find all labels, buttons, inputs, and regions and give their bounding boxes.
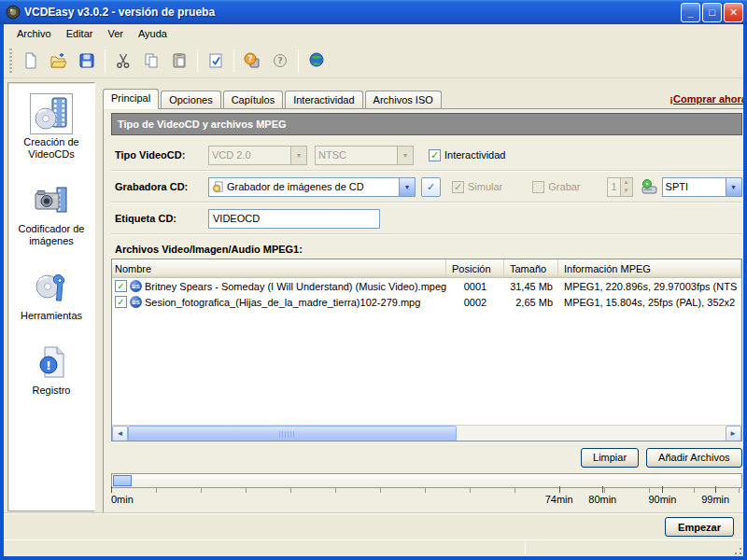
tab-principal[interactable]: Principal <box>103 89 159 109</box>
resize-grip-icon[interactable] <box>731 544 742 555</box>
table-row[interactable]: ✓ BS Britney Spears - Someday (I Will Un… <box>112 278 741 294</box>
toolbar-separator <box>298 49 299 72</box>
tab-capitulos[interactable]: Capítulos <box>223 91 283 108</box>
sidebar-item-herramientas[interactable]: Herramientas <box>8 268 94 322</box>
etiqueta-row: Etiqueta CD: <box>111 206 742 231</box>
new-button[interactable] <box>17 47 45 75</box>
minimize-button[interactable]: _ <box>681 3 700 22</box>
image-encoder-icon <box>33 182 70 219</box>
bsplayer-file-icon: BS <box>130 296 142 308</box>
scrollbar-track[interactable] <box>128 426 726 441</box>
spin-down-icon: ▼ <box>621 187 632 196</box>
tab-opciones[interactable]: Opciones <box>161 91 220 108</box>
close-button[interactable]: ✕ <box>724 3 743 22</box>
interactividad-checkbox[interactable]: ✓ <box>429 149 441 161</box>
copies-value: 1 <box>608 178 620 196</box>
paste-icon <box>170 51 189 70</box>
save-icon <box>78 51 96 70</box>
cd-label-input[interactable] <box>208 209 380 229</box>
file-checkbox[interactable]: ✓ <box>115 296 127 308</box>
chevron-down-icon: ▼ <box>290 147 306 164</box>
video-format-select: NTSC ▼ <box>315 146 414 165</box>
table-row[interactable]: ✓ BS Sesion_fotografica_(Hijas_de_la_mad… <box>112 294 741 310</box>
interface-select[interactable]: SPTI ▼ <box>662 177 742 197</box>
menu-ver[interactable]: Ver <box>100 26 131 41</box>
scrollbar-thumb[interactable] <box>128 426 457 441</box>
copy-button[interactable] <box>137 47 165 75</box>
file-position: 0001 <box>446 281 504 292</box>
sidebar-item-label: Codificador de imágenes <box>8 223 94 247</box>
tick-90min <box>662 486 663 493</box>
maximize-button[interactable]: □ <box>702 3 722 22</box>
chevron-down-icon: ▼ <box>726 178 741 196</box>
grabadora-label: Grabadora CD: <box>115 181 208 192</box>
horizontal-scrollbar[interactable]: ◄ ► <box>112 425 741 441</box>
divider <box>111 170 742 172</box>
anadir-archivos-button[interactable]: Añadir Archivos <box>646 448 741 468</box>
app-window: VCDEasy v3.0.2 - versión de prueba _ □ ✕… <box>0 0 747 560</box>
buy-now-link[interactable]: ¡Comprar ahora! <box>669 93 743 108</box>
tick-99min <box>715 486 716 493</box>
file-checkbox[interactable]: ✓ <box>115 280 127 292</box>
log-icon: ! <box>33 343 70 381</box>
label-90min: 90min <box>648 494 676 505</box>
column-tamano[interactable]: Tamaño <box>504 259 558 277</box>
save-button[interactable] <box>73 47 101 75</box>
sidebar-item-codificador-imagenes[interactable]: Codificador de imágenes <box>8 181 94 247</box>
limpiar-button[interactable]: Limpiar <box>581 448 639 468</box>
menu-archivo[interactable]: Archivo <box>9 26 59 41</box>
content-area: Principal Opciones Capítulos Interactivi… <box>95 78 743 513</box>
column-posicion[interactable]: Posición <box>446 259 504 277</box>
help-about-button[interactable]: ? <box>266 47 294 75</box>
cut-button[interactable] <box>109 47 137 75</box>
check-settings-button[interactable] <box>202 47 230 75</box>
file-position: 0002 <box>446 297 504 308</box>
list-empty-area <box>112 310 741 425</box>
principal-tab-panel: Tipo de VideoCD y archivos MPEG Tipo Vid… <box>103 108 743 513</box>
sidebar: Creación de VideoCDs <box>7 82 95 511</box>
tools-icon <box>33 269 70 306</box>
copies-stepper: 1 ▲▼ <box>607 177 633 197</box>
bsplayer-file-icon: BS <box>130 280 142 292</box>
grabar-label: Grabar <box>548 181 580 192</box>
menu-ayuda[interactable]: Ayuda <box>131 26 175 41</box>
file-size: 31,45 Mb <box>504 281 558 292</box>
section-header: Tipo de VideoCD y archivos MPEG <box>111 113 742 135</box>
tab-interactividad[interactable]: Interactividad <box>285 91 362 108</box>
scroll-right-icon[interactable]: ► <box>726 426 741 441</box>
sidebar-item-registro[interactable]: ! Registro <box>8 343 94 397</box>
help-contents-button[interactable]: ? <box>238 47 266 75</box>
grabadora-row: Grabadora CD: Grabador de imágenes de CD… <box>111 175 742 199</box>
tab-archivos-iso[interactable]: Archivos ISO <box>365 91 442 108</box>
empezar-button[interactable]: Empezar <box>665 517 734 537</box>
file-mpeg-info: MPEG1, 15.804s, 25fps (PAL), 352x2 <box>558 297 741 308</box>
svg-text:!: ! <box>46 358 51 372</box>
file-name: Britney Spears - Someday (I Will Underst… <box>145 281 446 292</box>
window-title: VCDEasy v3.0.2 - versión de prueba <box>24 6 679 19</box>
toolbar-grip[interactable] <box>9 49 12 73</box>
check-settings-icon <box>206 51 225 70</box>
sidebar-item-creacion-videocds[interactable]: Creación de VideoCDs <box>8 94 94 161</box>
burner-value: Grabador de imágenes de CD <box>227 181 364 192</box>
web-button[interactable] <box>303 47 331 75</box>
chevron-down-icon: ▼ <box>399 178 415 196</box>
scroll-left-icon[interactable]: ◄ <box>112 426 128 441</box>
column-informacion-mpeg[interactable]: Información MPEG <box>558 259 741 277</box>
tipo-videocd-row: Tipo VideoCD: VCD 2.0 ▼ NTSC ▼ ✓ Interac… <box>111 143 742 167</box>
app-icon <box>6 5 21 20</box>
web-icon <box>307 51 326 70</box>
column-nombre[interactable]: Nombre <box>112 259 446 277</box>
title-bar: VCDEasy v3.0.2 - versión de prueba _ □ ✕ <box>0 0 747 24</box>
cut-icon <box>114 51 133 70</box>
burner-device-icon <box>641 178 658 195</box>
burner-select[interactable]: Grabador de imágenes de CD ▼ <box>208 177 416 197</box>
main-area: Creación de VideoCDs <box>4 78 743 513</box>
paste-button[interactable] <box>165 47 193 75</box>
open-button[interactable] <box>45 47 73 75</box>
burner-check-button[interactable]: ✓ <box>421 177 441 197</box>
help-about-icon: ? <box>271 51 289 70</box>
sidebar-item-label: Registro <box>33 385 71 397</box>
menu-editar[interactable]: Editar <box>59 26 101 41</box>
cd-image-icon <box>212 181 224 193</box>
tick-0min <box>111 486 112 493</box>
